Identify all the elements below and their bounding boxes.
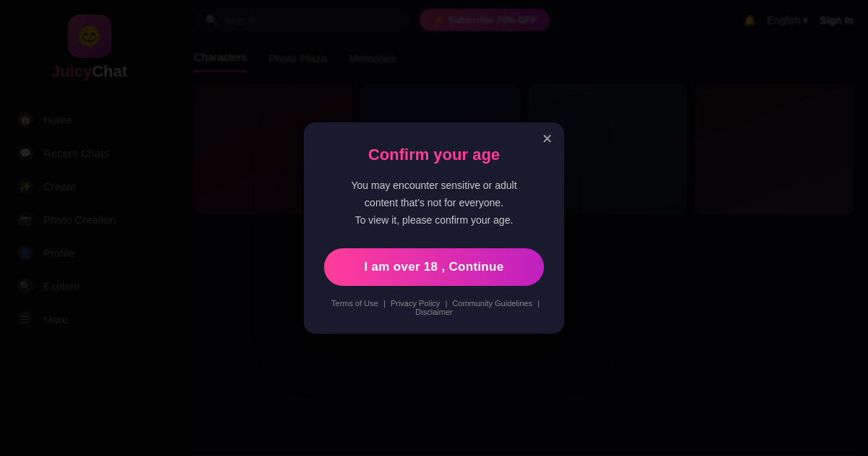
terms-link[interactable]: Terms of Use (331, 299, 378, 308)
community-link[interactable]: Community Guidelines (452, 299, 532, 308)
modal-body-line3: To view it, please confirm your age. (355, 214, 514, 226)
modal-overlay: ✕ Confirm your age You may encounter sen… (0, 0, 868, 456)
modal-body-line1: You may encounter sensitive or adult (351, 180, 516, 191)
age-confirm-modal: ✕ Confirm your age You may encounter sen… (304, 122, 564, 333)
confirm-age-button[interactable]: I am over 18 , Continue (324, 248, 544, 286)
modal-links: Terms of Use | Privacy Policy | Communit… (324, 299, 544, 316)
privacy-link[interactable]: Privacy Policy (391, 299, 440, 308)
modal-title: Confirm your age (324, 145, 544, 164)
disclaimer-link[interactable]: Disclaimer (415, 308, 452, 316)
modal-body-line2: content that's not for everyone. (365, 197, 503, 208)
confirm-age-label: I am over 18 , Continue (364, 260, 503, 274)
modal-body: You may encounter sensitive or adult con… (324, 177, 544, 229)
modal-close-button[interactable]: ✕ (542, 132, 553, 145)
